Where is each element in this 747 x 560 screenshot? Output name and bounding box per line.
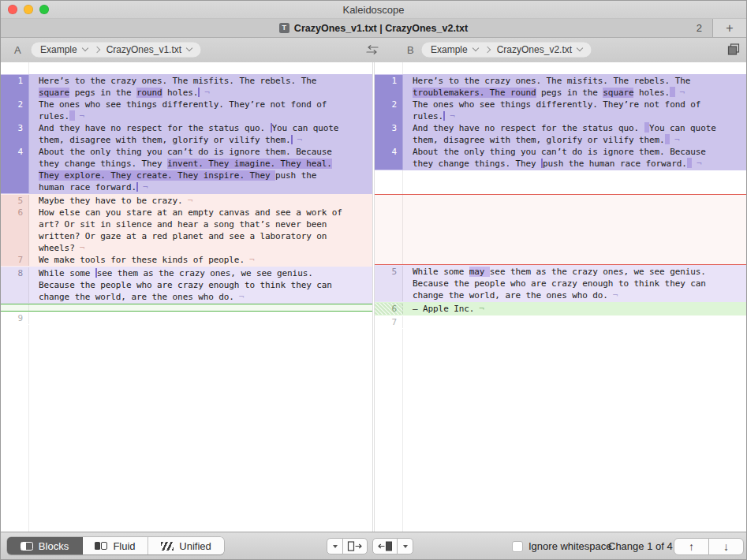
plain-text: — Apple Inc. <box>413 304 474 314</box>
file-browser-toggle-button[interactable] <box>726 43 741 60</box>
diff-line[interactable]: 5Maybe they have to be crazy.¬ <box>1 195 372 207</box>
line-number: 4 <box>1 146 29 193</box>
minimize-window-button[interactable] <box>24 5 33 14</box>
traffic-lights <box>8 1 49 18</box>
breadcrumb-b-file[interactable]: CrazyOnes_v2.txt <box>497 44 572 55</box>
line-ending-symbol: ¬ <box>80 111 85 121</box>
diff-line[interactable]: 1Here’s to the crazy ones. The misfits. … <box>375 75 746 99</box>
line-text: While some may see them as the crazy one… <box>403 266 746 301</box>
swap-sides-button[interactable] <box>365 44 379 58</box>
line-ending-symbol: ¬ <box>80 243 85 253</box>
chevron-down-icon[interactable] <box>577 45 583 51</box>
close-window-button[interactable] <box>8 5 17 14</box>
diff-line[interactable]: 6— Apple Inc.¬ <box>375 303 746 315</box>
line-text: The ones who see things differently. The… <box>29 99 372 122</box>
changed-space-highlight <box>670 87 674 97</box>
diff-line[interactable]: 2The ones who see things differently. Th… <box>375 99 746 122</box>
line-ending-symbol: ¬ <box>204 88 210 98</box>
changed-space-highlight <box>665 134 670 144</box>
copy-to-right-button[interactable] <box>342 538 368 554</box>
diff-line[interactable]: 3And they have no respect for the status… <box>375 122 746 146</box>
line-text <box>29 312 372 324</box>
copy-left-options-button[interactable] <box>397 538 413 554</box>
chevron-down-icon[interactable] <box>186 45 192 51</box>
changed-text-highlight: square <box>603 88 633 98</box>
breadcrumb-b[interactable]: Example CrazyOnes_v2.txt <box>421 42 592 58</box>
copy-to-left-button[interactable] <box>372 538 398 554</box>
chevron-down-icon[interactable] <box>472 45 478 51</box>
next-change-button[interactable]: ↓ <box>708 538 744 555</box>
diff-line[interactable]: 6How else can you stare at an empty canv… <box>1 207 372 254</box>
previous-change-button[interactable]: ↑ <box>674 538 709 555</box>
edit-caret-mark <box>443 111 445 121</box>
line-ending-symbol: ¬ <box>450 111 455 121</box>
fluid-mode-icon <box>95 542 107 550</box>
diff-line[interactable]: 7We make tools for these kinds of people… <box>1 254 372 266</box>
line-text: And they have no respect for the status … <box>403 122 746 146</box>
merge-buttons <box>327 538 413 554</box>
breadcrumb-a-file[interactable]: CrazyOnes_v1.txt <box>106 44 181 55</box>
change-counter-label: Change 1 of 4 <box>608 540 673 552</box>
plain-text: The ones who see things differently. The… <box>413 99 700 121</box>
chevron-down-icon[interactable] <box>81 45 88 51</box>
breadcrumb-a[interactable]: Example CrazyOnes_v1.txt <box>31 42 201 58</box>
changed-text-highlight: may <box>469 267 490 277</box>
line-number: 2 <box>1 99 29 122</box>
diff-line[interactable]: 2The ones who see things differently. Th… <box>1 99 372 122</box>
alignment-gap <box>375 170 746 194</box>
diff-line[interactable]: 7 <box>375 316 746 328</box>
document-arrow-right-icon <box>347 541 363 551</box>
tab-change-count-badge: 2 <box>697 19 702 37</box>
arrow-left-document-icon <box>377 541 393 551</box>
plain-text: While some <box>413 267 469 277</box>
layout-mode-segmented-control: Blocks Fluid Unified <box>7 537 224 554</box>
diff-line[interactable]: 4About the only thing you can’t do is ig… <box>1 146 372 193</box>
kaleidoscope-window: Kaleidoscope T CrazyOnes_v1.txt | CrazyO… <box>0 0 747 560</box>
line-text: How else can you stare at an empty canva… <box>29 207 372 254</box>
side-a-label: A <box>14 44 21 56</box>
mode-blocks-label: Blocks <box>39 540 69 552</box>
line-ending-symbol: ¬ <box>188 196 193 206</box>
new-tab-button[interactable]: + <box>712 19 746 37</box>
dropdown-arrow-icon <box>333 545 338 548</box>
changed-text-highlight: troublemakers. The round <box>413 88 536 98</box>
diff-line[interactable]: 5While some may see them as the crazy on… <box>375 266 746 301</box>
ignore-whitespace-checkbox[interactable] <box>512 541 523 552</box>
dropdown-arrow-icon <box>403 545 408 548</box>
diff-line[interactable]: 9 <box>1 312 372 324</box>
diff-line[interactable]: 3And they have no respect for the status… <box>1 122 372 146</box>
plain-text: Here’s to the crazy ones. The misfits. T… <box>39 76 316 86</box>
diff-line[interactable]: 1Here’s to the crazy ones. The misfits. … <box>1 75 372 99</box>
breadcrumb-separator-icon <box>93 47 99 53</box>
title-bar: Kaleidoscope <box>1 1 746 19</box>
diff-block-changed: 1Here’s to the crazy ones. The misfits. … <box>1 74 372 194</box>
line-number: 7 <box>375 316 403 328</box>
changed-space-highlight <box>687 158 692 168</box>
mode-fluid-button[interactable]: Fluid <box>83 537 148 554</box>
ignore-whitespace-control: Ignore whitespace <box>512 540 612 552</box>
plain-text: And they have no respect for the status … <box>413 123 644 133</box>
breadcrumb-a-folder[interactable]: Example <box>40 44 77 55</box>
changed-text-highlight: square <box>39 88 69 98</box>
diff-line[interactable]: 8While some see them as the crazy ones, … <box>1 267 372 303</box>
plain-text: And they have no respect for the status … <box>39 123 271 133</box>
plain-text: Here’s to the crazy ones. The misfits. T… <box>413 76 690 86</box>
line-number: 7 <box>1 254 29 266</box>
line-ending-symbol: ¬ <box>297 135 303 145</box>
edit-caret-mark <box>198 88 200 97</box>
line-text: Maybe they have to be crazy.¬ <box>29 195 372 207</box>
diff-line[interactable]: 4About the only thing you can’t do is ig… <box>375 146 746 170</box>
mode-unified-button[interactable]: Unified <box>148 537 224 554</box>
line-number: 1 <box>1 75 29 99</box>
mode-blocks-button[interactable]: Blocks <box>7 537 83 554</box>
line-text: — Apple Inc.¬ <box>403 303 746 315</box>
breadcrumb-separator-icon <box>484 47 490 53</box>
breadcrumb-b-folder[interactable]: Example <box>431 44 468 55</box>
diff-block-deleted: 5Maybe they have to be crazy.¬6How else … <box>1 194 372 267</box>
copy-right-options-button[interactable] <box>327 538 343 554</box>
line-ending-symbol: ¬ <box>479 304 484 314</box>
line-text: Here’s to the crazy ones. The misfits. T… <box>403 75 746 99</box>
plain-text: Maybe they have to be crazy. <box>39 196 183 206</box>
zoom-window-button[interactable] <box>39 5 49 14</box>
active-tab[interactable]: T CrazyOnes_v1.txt | CrazyOnes_v2.txt <box>279 23 468 34</box>
